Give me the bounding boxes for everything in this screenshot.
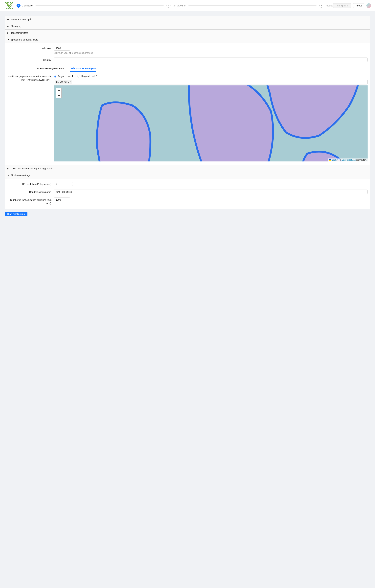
wgsrpd-row: World Geographical Scheme for Recording …	[7, 75, 368, 161]
app-header: PhyloNext 1 Configure 2 Run pipeline 3 R…	[0, 0, 375, 11]
radio-icon	[77, 75, 80, 77]
step-title: Results	[325, 4, 333, 7]
radio-region-level-1[interactable]: Region Level 1	[54, 75, 73, 77]
section-body: Min year Minimum year of record's occurr…	[5, 43, 370, 165]
run-pipeline-button[interactable]: Run pipeline	[333, 3, 351, 8]
chevron-right-icon: ▶	[7, 32, 9, 34]
leaflet-link[interactable]: Leaflet	[332, 159, 338, 161]
section-name-description: ▶ Name and description	[5, 16, 370, 23]
radio-label: Region Level 1	[58, 75, 73, 77]
svg-point-3	[12, 2, 13, 3]
region-level-radio-group: Region Level 1 Region Level 2	[54, 75, 368, 77]
map-zoom-control: + −	[56, 88, 62, 98]
osm-link[interactable]: OpenStreetMap	[342, 159, 356, 161]
country-row: Country	[7, 58, 368, 62]
min-year-row: Min year Minimum year of record's occurr…	[7, 46, 368, 54]
section-phylogeny: ▶ Phylogeny	[5, 23, 370, 30]
phylonext-logo-icon: PhyloNext	[4, 1, 15, 10]
chevron-down-icon: ⌄	[364, 191, 365, 193]
step-divider	[36, 5, 163, 6]
radio-icon	[54, 75, 56, 77]
min-year-input[interactable]	[54, 46, 70, 51]
chevron-right-icon: ▶	[7, 168, 9, 170]
tag-label: L1_EUROPE	[56, 81, 69, 83]
user-avatar[interactable]	[366, 3, 371, 8]
start-button-wrap: Start pipeline run	[5, 212, 370, 216]
about-button[interactable]: About	[353, 3, 364, 8]
zoom-out-button[interactable]: −	[56, 93, 61, 98]
randomisation-name-select[interactable]: rand_structured ⌄	[54, 189, 368, 194]
zoom-in-button[interactable]: +	[56, 88, 61, 93]
section-toggle[interactable]: ▶ GBIF Occurrence filtering and aggregat…	[5, 165, 370, 172]
section-title: Spatial and temporal filters	[11, 38, 38, 41]
section-toggle[interactable]: ▶ Biodiverse settings	[5, 172, 370, 179]
step-title: Configure	[22, 4, 32, 7]
min-year-label: Min year	[7, 46, 54, 50]
radio-label: Region Level 2	[81, 75, 97, 77]
wizard-steps: 1 Configure 2 Run pipeline 3 Results	[17, 4, 333, 8]
h3-resolution-select[interactable]: 3 ⌄	[54, 182, 73, 186]
section-toggle[interactable]: ▶ Taxonomic filters	[5, 30, 370, 36]
country-label: Country	[7, 58, 54, 62]
section-biodiverse: ▶ Biodiverse settings H3 resolution (Pol…	[5, 172, 370, 209]
step-run-pipeline[interactable]: 2 Run pipeline	[167, 4, 185, 8]
step-number: 2	[167, 4, 171, 8]
select-value: 3	[56, 183, 57, 185]
chevron-down-icon: ⌄	[69, 183, 71, 185]
h3-label: H3 resolution (Polygon size)	[7, 182, 54, 186]
tab-draw-rectangle[interactable]: Draw a rectangle on a map	[37, 65, 65, 72]
select-value: rand_structured	[56, 190, 72, 193]
chevron-down-icon: ▶	[7, 39, 10, 41]
main-container: ▶ Name and description ▶ Phylogeny ▶ Tax…	[0, 11, 375, 221]
iterations-label: Number of randomisation iterations (max …	[7, 198, 54, 205]
section-body: H3 resolution (Polygon size) 3 ⌄ Randomi…	[5, 179, 370, 209]
radio-region-level-2[interactable]: Region Level 2	[77, 75, 97, 77]
spatial-tabs: Draw a rectangle on a map Select WGSRPD …	[37, 65, 368, 72]
map-attribution: Leaflet | © OpenStreetMap contributors	[328, 158, 368, 161]
svg-point-2	[10, 2, 11, 3]
h3-resolution-row: H3 resolution (Polygon size) 3 ⌄	[7, 182, 368, 186]
header-actions: Run pipeline About	[333, 3, 371, 8]
selected-region-tag: L1_EUROPE ✕	[55, 80, 72, 84]
section-title: Name and description	[11, 18, 33, 21]
tag-remove-icon[interactable]: ✕	[70, 81, 71, 83]
section-taxonomic: ▶ Taxonomic filters	[5, 30, 370, 36]
iterations-input[interactable]	[54, 198, 70, 202]
step-results[interactable]: 3 Results	[320, 4, 333, 8]
start-pipeline-button[interactable]: Start pipeline run	[5, 212, 27, 216]
chevron-right-icon: ▶	[7, 18, 9, 21]
step-divider	[189, 5, 316, 6]
logo: PhyloNext	[4, 1, 15, 10]
step-title: Run pipeline	[172, 4, 185, 7]
tab-select-wgsrpd[interactable]: Select WGSRPD regions	[70, 65, 96, 72]
section-title: Taxonomic filters	[11, 32, 28, 34]
chevron-right-icon: ▶	[7, 25, 9, 27]
section-title: GBIF Occurrence filtering and aggregatio…	[11, 167, 54, 170]
iterations-row: Number of randomisation iterations (max …	[7, 198, 368, 205]
section-toggle[interactable]: ▶ Spatial and temporal filters	[5, 36, 370, 43]
chevron-down-icon: ▶	[7, 175, 10, 176]
svg-point-1	[7, 2, 9, 3]
world-map[interactable]: + − Leaflet | © OpenStreetMap contributo…	[54, 85, 368, 161]
section-toggle[interactable]: ▶ Phylogeny	[5, 23, 370, 29]
country-input[interactable]	[54, 58, 368, 62]
step-number: 1	[17, 4, 21, 8]
section-title: Phylogeny	[11, 25, 21, 27]
svg-point-0	[5, 2, 6, 3]
ukraine-flag-icon	[329, 159, 331, 161]
wgsrpd-label: World Geographical Scheme for Recording …	[7, 75, 54, 82]
min-year-help: Minimum year of record's occurrences	[54, 52, 368, 54]
step-configure[interactable]: 1 Configure	[17, 4, 32, 8]
section-spatial: ▶ Spatial and temporal filters Min year …	[5, 36, 370, 165]
section-title: Biodiverse settings	[11, 174, 30, 177]
section-gbif: ▶ GBIF Occurrence filtering and aggregat…	[5, 165, 370, 172]
config-panel: ▶ Name and description ▶ Phylogeny ▶ Tax…	[5, 16, 370, 209]
step-number: 3	[320, 4, 323, 8]
svg-text:PhyloNext: PhyloNext	[6, 8, 13, 10]
randomisation-name-row: Randomisation name rand_structured ⌄	[7, 189, 368, 194]
map-svg	[54, 85, 368, 161]
rand-name-label: Randomisation name	[7, 189, 54, 194]
wgsrpd-region-select[interactable]: L1_EUROPE ✕	[54, 79, 368, 84]
section-toggle[interactable]: ▶ Name and description	[5, 16, 370, 23]
